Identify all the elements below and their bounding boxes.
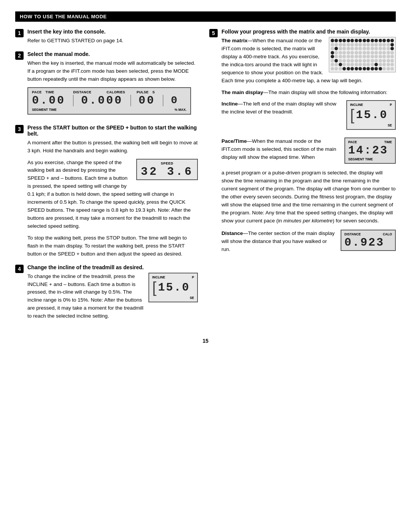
lcd-separator-3 bbox=[163, 95, 163, 106]
lcd-dist-value: 00 bbox=[139, 95, 155, 106]
dot bbox=[358, 59, 362, 62]
dot bbox=[350, 47, 354, 50]
dot bbox=[342, 67, 346, 70]
dot bbox=[382, 59, 386, 62]
step-2-content: Select the manual mode. When the key is … bbox=[27, 51, 198, 118]
dot bbox=[379, 47, 382, 50]
dot bbox=[358, 51, 362, 54]
step-1: 1 Insert the key into the console. Refer… bbox=[15, 29, 198, 45]
step-3-speed-section: SPEED 32 3.6 As you exercise, change the… bbox=[27, 159, 198, 230]
dot bbox=[382, 47, 386, 50]
dot bbox=[331, 55, 334, 58]
dot bbox=[374, 39, 378, 42]
dot bbox=[363, 55, 366, 58]
dot bbox=[350, 51, 354, 54]
dot bbox=[390, 67, 394, 70]
dot bbox=[355, 63, 358, 66]
dot bbox=[382, 67, 386, 70]
dot bbox=[366, 43, 370, 46]
dot bbox=[387, 55, 390, 58]
step-4-incline-section: INCLINE P [ 15.0 SE To change the inclin… bbox=[27, 273, 198, 321]
dot bbox=[347, 51, 350, 54]
lcd-label-distance: DISTANCE bbox=[73, 90, 107, 94]
step-3-body3: To stop the walking belt, press the STOP… bbox=[27, 234, 198, 258]
dot bbox=[342, 55, 346, 58]
dot bbox=[350, 39, 354, 42]
incline-right-bracket: [ bbox=[350, 107, 354, 123]
dot bbox=[363, 67, 366, 70]
lcd-bottom-labels: SEGMENT TIME % MAX. bbox=[32, 108, 186, 112]
dot bbox=[371, 67, 374, 70]
dot bbox=[358, 67, 362, 70]
dot bbox=[374, 63, 378, 66]
dot bbox=[374, 67, 378, 70]
dot bbox=[379, 67, 382, 70]
dot bbox=[331, 59, 334, 62]
dot bbox=[371, 59, 374, 62]
right-column: 5 Follow your progress with the matrix a… bbox=[209, 29, 396, 326]
dot bbox=[363, 39, 366, 42]
dot bbox=[355, 43, 358, 46]
dot bbox=[366, 59, 370, 62]
dot bbox=[366, 67, 370, 70]
dot bbox=[355, 47, 358, 50]
dot bbox=[387, 63, 390, 66]
step-4: 4 Change the incline of the treadmill as… bbox=[15, 264, 198, 321]
incline-main-display: [ 15.0 bbox=[152, 280, 194, 295]
matrix-display bbox=[331, 39, 394, 70]
dot bbox=[339, 47, 342, 50]
dot bbox=[366, 39, 370, 42]
incline-right-main: [ 15.0 bbox=[350, 107, 392, 123]
dot bbox=[355, 55, 358, 58]
dot bbox=[374, 51, 378, 54]
dot bbox=[342, 43, 346, 46]
step-3-number: 3 bbox=[15, 125, 24, 133]
dot bbox=[366, 63, 370, 66]
dot bbox=[382, 51, 386, 54]
step-5-title: Follow your progress with the matrix and… bbox=[221, 29, 396, 35]
dot bbox=[374, 59, 378, 62]
lcd-numbers-row: 0.00 0.000 00 0 bbox=[32, 95, 186, 106]
dot bbox=[371, 43, 374, 46]
dot bbox=[366, 51, 370, 54]
dot bbox=[350, 59, 354, 62]
incline-right-bottom: SE bbox=[350, 123, 392, 127]
dot bbox=[335, 39, 338, 42]
dot bbox=[379, 59, 382, 62]
lcd-separator-1 bbox=[73, 95, 73, 106]
dot bbox=[347, 55, 350, 58]
step-1-body: Refer to GETTING STARTED on page 14. bbox=[27, 37, 198, 45]
dot bbox=[358, 43, 362, 46]
pace-label: PACE bbox=[348, 140, 357, 144]
incline-bracket: [ bbox=[152, 280, 156, 295]
lcd-pulse-value: 0 bbox=[171, 95, 179, 106]
dot bbox=[331, 39, 334, 42]
dot bbox=[363, 43, 366, 46]
lcd-separator-2 bbox=[131, 95, 131, 106]
step-3-title: Press the START button or the SPEED + bu… bbox=[27, 125, 198, 137]
step-1-title: Insert the key into the console. bbox=[27, 29, 198, 35]
incline-right-top: INCLINE P bbox=[350, 103, 392, 107]
dot bbox=[339, 67, 342, 70]
page-number: 15 bbox=[15, 338, 396, 344]
section-header: HOW TO USE THE MANUAL MODE bbox=[15, 11, 396, 22]
dot bbox=[371, 39, 374, 42]
dot bbox=[339, 39, 342, 42]
dot bbox=[379, 51, 382, 54]
dot bbox=[366, 55, 370, 58]
dot bbox=[379, 39, 382, 42]
step-4-number: 4 bbox=[15, 265, 24, 273]
dot bbox=[379, 43, 382, 46]
lcd-time-value: 0.000 bbox=[81, 95, 123, 106]
incline-top-labels: INCLINE P bbox=[152, 275, 194, 279]
italic-pace-text: minutes per kilometre bbox=[284, 218, 333, 224]
dot bbox=[339, 51, 342, 54]
dot bbox=[371, 47, 374, 50]
dot bbox=[371, 51, 374, 54]
dot bbox=[390, 63, 394, 66]
pace-time-section: PACE TIME 14:23 SEGMENT TIME Pace/Time—W… bbox=[221, 137, 396, 167]
distance-bold-label: Distance bbox=[221, 230, 243, 236]
incline-right-label: INCLINE bbox=[350, 103, 363, 107]
step-5-number: 5 bbox=[209, 29, 218, 37]
dot bbox=[363, 47, 366, 50]
